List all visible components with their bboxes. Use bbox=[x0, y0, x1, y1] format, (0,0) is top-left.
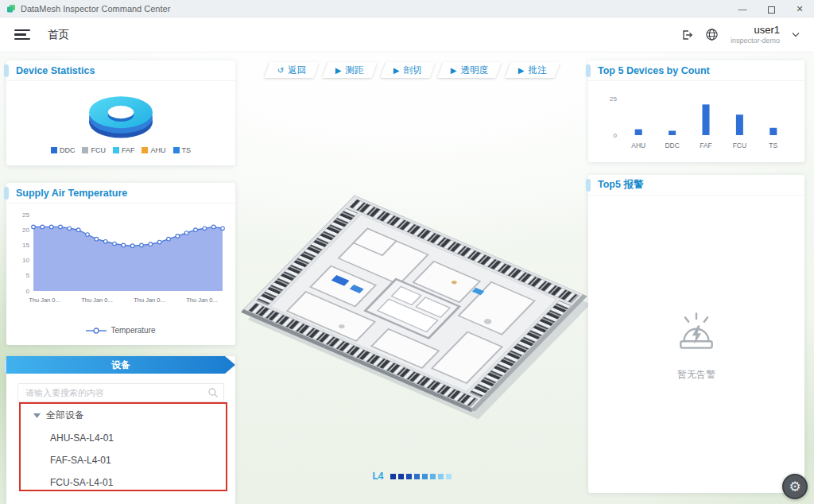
svg-text:FCU: FCU bbox=[733, 142, 746, 149]
device-donut-chart bbox=[70, 83, 172, 146]
window-title: DataMesh Inspector Command Center bbox=[21, 4, 170, 14]
line-legend-marker-icon bbox=[86, 328, 107, 334]
legend-item-faf: FAF bbox=[113, 146, 135, 154]
legend-item-ddc: DDC bbox=[51, 146, 76, 154]
return-icon: ↺ bbox=[277, 66, 284, 74]
maximize-button[interactable] bbox=[757, 0, 785, 17]
home-link[interactable]: 首页 bbox=[48, 28, 69, 42]
legend-item-fcu: FCU bbox=[82, 146, 106, 154]
floor-segment[interactable] bbox=[438, 474, 444, 479]
chevron-down-icon[interactable] bbox=[792, 32, 800, 37]
device-search-input[interactable] bbox=[17, 383, 224, 402]
supply-air-legend: Temperature bbox=[6, 326, 235, 335]
floor-segment[interactable] bbox=[422, 474, 428, 479]
user-name: user1 bbox=[754, 25, 780, 37]
svg-text:20: 20 bbox=[22, 227, 29, 234]
device-list: AHU-SA-L4-01FAF-SA-L4-01FCU-SA-L4-01 bbox=[6, 427, 235, 494]
svg-text:5: 5 bbox=[26, 272, 30, 279]
left-panel: Device Statistics bbox=[6, 60, 235, 504]
device-statistics-title: Device Statistics bbox=[6, 60, 235, 81]
floor-indicator[interactable]: L4 bbox=[235, 471, 588, 482]
svg-text:Thu Jan 0...: Thu Jan 0... bbox=[81, 297, 113, 304]
floor-segments[interactable] bbox=[390, 474, 452, 479]
bar-ts bbox=[769, 128, 777, 135]
toolbar-button-section[interactable]: ▶剖切 bbox=[380, 62, 435, 78]
svg-text:TS: TS bbox=[769, 142, 777, 149]
device-item[interactable]: FAF-SA-L4-01 bbox=[6, 449, 235, 471]
legend-item-ts: TS bbox=[173, 146, 192, 154]
maximize-icon bbox=[768, 6, 775, 14]
alarm-siren-icon bbox=[672, 308, 721, 355]
viewport: ↺返回 ▶测距 ▶剖切 ▶透明度 ▶批注 bbox=[235, 52, 588, 504]
transparency-icon: ▶ bbox=[451, 66, 457, 74]
right-panel: Top 5 Devices by Count 025AHUDDCFAFFCUTS… bbox=[588, 60, 804, 493]
devices-banner: 设备 bbox=[6, 356, 235, 374]
toolbar-button-annotate[interactable]: ▶批注 bbox=[505, 62, 560, 78]
svg-text:Thu Jan 0...: Thu Jan 0... bbox=[134, 297, 165, 304]
svg-text:DDC: DDC bbox=[665, 142, 679, 149]
legend-swatch bbox=[82, 147, 88, 153]
top5-alarms-title: Top5 报警 bbox=[588, 175, 804, 196]
legend-swatch bbox=[173, 147, 180, 153]
no-alarms-text: 暂无告警 bbox=[677, 368, 715, 382]
supply-air-chart: 0510152025Thu Jan 0...Thu Jan 0...Thu Ja… bbox=[11, 205, 231, 324]
device-item[interactable]: FCU-SA-L4-01 bbox=[6, 471, 235, 494]
titlebar: DataMesh Inspector Command Center — ✕ bbox=[0, 0, 814, 17]
floor-segment[interactable] bbox=[398, 474, 404, 479]
top5-devices-chart: 025AHUDDCFAFFCUTS bbox=[598, 87, 795, 156]
top5-alarms-card: Top5 报警 暂无告警 bbox=[588, 175, 804, 493]
toolbar-button-transparency[interactable]: ▶透明度 bbox=[438, 62, 502, 78]
devices-panel: 设备 全部设备 AHU-SA-L4-01FAF-SA-L4 bbox=[6, 356, 235, 504]
device-statistics-card: Device Statistics bbox=[6, 60, 235, 165]
user-org: inspector-demo bbox=[731, 37, 780, 45]
legend-item-ahu: AHU bbox=[141, 146, 165, 154]
top5-devices-card: Top 5 Devices by Count 025AHUDDCFAFFCUTS bbox=[588, 60, 804, 162]
supply-air-title: Supply Air Temperature bbox=[6, 183, 235, 204]
section-icon: ▶ bbox=[393, 66, 400, 74]
app-window: DataMesh Inspector Command Center — ✕ 首页 bbox=[0, 0, 814, 504]
annotate-icon: ▶ bbox=[518, 66, 525, 74]
language-globe-icon[interactable] bbox=[705, 28, 719, 41]
svg-text:Thu Jan 0...: Thu Jan 0... bbox=[29, 297, 60, 304]
device-item[interactable]: AHU-SA-L4-01 bbox=[6, 427, 235, 449]
bar-ddc bbox=[669, 131, 676, 136]
toolbar-button-measure[interactable]: ▶测距 bbox=[322, 62, 377, 78]
svg-text:0: 0 bbox=[614, 132, 618, 139]
measure-icon: ▶ bbox=[335, 66, 342, 74]
top5-devices-title: Top 5 Devices by Count bbox=[588, 60, 804, 81]
svg-text:10: 10 bbox=[22, 257, 29, 264]
gear-icon: ⚙ bbox=[789, 479, 800, 495]
user-menu[interactable]: user1 inspector-demo bbox=[731, 25, 780, 45]
svg-text:0: 0 bbox=[26, 288, 30, 295]
main-area: Device Statistics bbox=[0, 52, 814, 504]
floor-segment[interactable] bbox=[390, 474, 396, 479]
device-donut-legend: DDCFCUFAFAHUTS bbox=[6, 146, 235, 154]
legend-swatch bbox=[113, 147, 119, 153]
floor-segment[interactable] bbox=[406, 474, 412, 479]
floor-segment[interactable] bbox=[414, 474, 420, 479]
svg-text:15: 15 bbox=[22, 242, 29, 249]
model-toolbar: ↺返回 ▶测距 ▶剖切 ▶透明度 ▶批注 bbox=[235, 62, 588, 78]
search-icon bbox=[207, 387, 219, 398]
svg-text:25: 25 bbox=[22, 211, 29, 219]
close-button[interactable]: ✕ bbox=[785, 0, 814, 17]
toolbar-button-return[interactable]: ↺返回 bbox=[264, 62, 320, 78]
supply-air-card: Supply Air Temperature 0510152025Thu Jan… bbox=[6, 183, 235, 345]
app-logo-icon bbox=[6, 4, 16, 14]
svg-text:25: 25 bbox=[610, 95, 617, 103]
floor-label[interactable]: L4 bbox=[372, 471, 383, 482]
svg-text:FAF: FAF bbox=[700, 142, 712, 149]
legend-swatch bbox=[141, 147, 148, 153]
bar-fcu bbox=[736, 114, 743, 135]
menu-button[interactable] bbox=[14, 29, 30, 41]
minimize-button[interactable]: — bbox=[728, 0, 757, 17]
device-tree: 全部设备 AHU-SA-L4-01FAF-SA-L4-01FCU-SA-L4-0… bbox=[6, 402, 235, 504]
settings-gear-button[interactable]: ⚙ bbox=[782, 474, 808, 499]
header: 首页 user1 inspector-demo bbox=[0, 17, 814, 52]
building-3d-model[interactable] bbox=[235, 129, 588, 447]
svg-text:AHU: AHU bbox=[631, 142, 645, 149]
logout-icon[interactable] bbox=[680, 29, 693, 41]
device-tree-root[interactable]: 全部设备 bbox=[6, 402, 235, 427]
floor-segment[interactable] bbox=[446, 474, 452, 479]
floor-segment[interactable] bbox=[430, 474, 436, 479]
